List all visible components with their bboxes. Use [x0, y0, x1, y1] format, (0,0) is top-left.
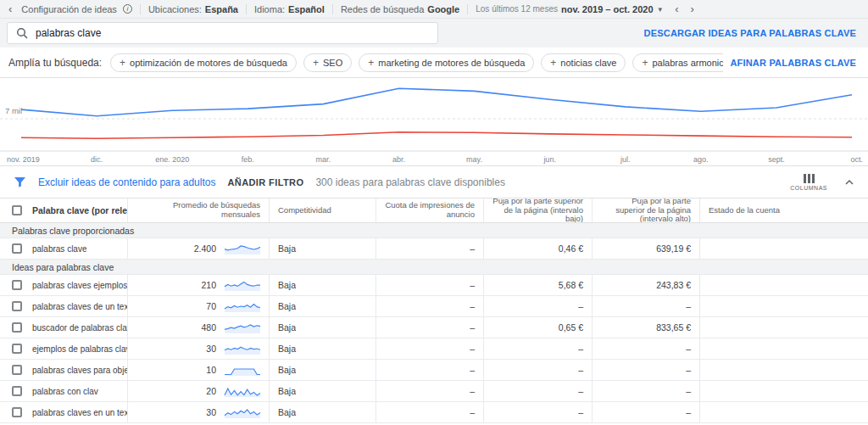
row-checkbox[interactable]	[12, 344, 22, 354]
refine-keywords-link[interactable]: AFINAR PALABRAS CLAVE	[730, 58, 856, 68]
row-checkbox[interactable]	[12, 280, 22, 290]
networks-label: Redes de búsqueda	[341, 4, 424, 14]
keyword-search-input[interactable]: palabras clave	[7, 22, 438, 44]
next-period-icon[interactable]: ›	[688, 3, 695, 14]
sparkline-chart	[223, 278, 262, 292]
keyword-header-cell[interactable]: Palabra clave (por relevancia) ↓	[0, 199, 127, 222]
columns-button[interactable]: COLUMNAS	[790, 174, 827, 191]
section-label: Ideas para palabras clave	[12, 262, 114, 272]
impression-share-cell: –	[376, 338, 483, 359]
row-checkbox[interactable]	[12, 243, 22, 254]
impression-share-header[interactable]: Cuota de impresiones de anuncio	[376, 199, 483, 222]
search-row: palabras clave DESCARGAR IDEAS PARA PALA…	[0, 19, 868, 48]
keyword-cell: palabras clave	[0, 238, 127, 259]
locations-value: España	[205, 4, 238, 14]
avg-searches-cell: 10	[127, 360, 269, 380]
row-checkbox[interactable]	[12, 322, 22, 333]
plus-icon: +	[120, 57, 125, 69]
prev-period-icon[interactable]: ‹	[673, 3, 680, 14]
keyword-row: palabras con clav20Baja–––	[0, 381, 868, 402]
collapse-chart-button[interactable]	[844, 179, 854, 186]
table-tools: COLUMNAS	[790, 174, 854, 191]
chevron-left-icon[interactable]: ‹	[7, 3, 14, 14]
competition-cell: Baja	[269, 360, 376, 380]
locations-setting[interactable]: Ubicaciones: España	[148, 4, 238, 14]
select-all-checkbox[interactable]	[12, 205, 22, 215]
info-icon[interactable]: i	[123, 4, 132, 14]
language-label: Idioma:	[254, 4, 285, 14]
broaden-chip[interactable]: +palabras armonicas	[632, 53, 723, 72]
avg-searches-cell: 20	[127, 381, 269, 401]
keyword-text: palabras con clav	[32, 387, 98, 396]
chip-label: palabras armonicas	[652, 58, 723, 68]
add-filter-button[interactable]: AÑADIR FILTRO	[227, 177, 303, 187]
x-axis-label: ene. 2020	[155, 155, 189, 164]
search-icon	[16, 27, 28, 39]
row-checkbox[interactable]	[12, 407, 22, 417]
bid-low-cell: 5,68 €	[483, 275, 592, 295]
chip-label: SEO	[323, 58, 342, 68]
bid-low-cell: –	[483, 402, 592, 422]
avg-searches-cell: 30	[127, 338, 269, 359]
daterange-setting[interactable]: Los últimos 12 meses nov. 2019 – oct. 20…	[476, 4, 662, 14]
broaden-chip[interactable]: +SEO	[303, 53, 352, 72]
avg-searches-header[interactable]: Promedio de búsquedas mensuales	[127, 199, 269, 222]
account-status-cell	[699, 338, 868, 359]
keyword-row: palabras claves de un texto70Baja–––	[0, 296, 868, 317]
keyword-cell: buscador de palabras clave	[0, 317, 127, 338]
broaden-chip[interactable]: +marketing de motores de búsqueda	[359, 53, 534, 72]
broaden-chip[interactable]: +noticias clave	[541, 53, 626, 72]
networks-setting[interactable]: Redes de búsqueda Google	[341, 4, 459, 14]
trend-line-serie-roja	[21, 132, 852, 139]
daterange-value: nov. 2019 – oct. 2020	[561, 4, 654, 14]
networks-value: Google	[427, 4, 459, 14]
avg-searches-value: 10	[206, 365, 216, 375]
x-axis-label: sept.	[768, 155, 785, 164]
impression-share-cell: –	[376, 317, 483, 338]
ideas-settings-item[interactable]: Configuración de ideas i	[21, 4, 132, 14]
sparkline-chart	[223, 342, 262, 355]
avg-searches-value: 20	[206, 386, 216, 396]
row-checkbox[interactable]	[12, 301, 22, 311]
plus-icon: +	[642, 57, 648, 69]
exclude-adult-ideas-link[interactable]: Excluir ideas de contenido para adultos	[38, 176, 215, 188]
daterange-label: Los últimos 12 meses	[476, 4, 558, 14]
bid-low-cell: –	[483, 338, 592, 359]
keyword-cell: palabras con clav	[0, 381, 127, 401]
bid-low-cell: 0,46 €	[483, 238, 592, 259]
table-header: Palabra clave (por relevancia) ↓ Promedi…	[0, 198, 868, 223]
x-axis-label: dic.	[91, 155, 103, 164]
chip-label: noticias clave	[560, 58, 616, 68]
sparkline-chart	[223, 405, 262, 419]
competition-header[interactable]: Competitividad	[269, 199, 376, 222]
table-section-row: Palabras clave proporcionadas	[0, 223, 868, 238]
sparkline-chart	[223, 299, 262, 313]
avg-searches-cell: 2.400	[127, 238, 269, 259]
keyword-planner-page: ‹ Configuración de ideas i Ubicaciones: …	[0, 0, 868, 423]
bid-low-header[interactable]: Puja por la parte superior de la página …	[483, 199, 592, 222]
language-setting[interactable]: Idioma: Español	[254, 4, 325, 14]
bid-high-header[interactable]: Puja por la parte superior de la página …	[592, 199, 699, 222]
y-axis-tick-label: 7 mil	[5, 106, 22, 115]
keyword-row: palabras claves ejemplos210Baja–5,68 €24…	[0, 275, 868, 296]
account-status-header[interactable]: Estado de la cuenta	[699, 199, 868, 222]
avg-searches-value: 480	[201, 322, 216, 333]
bid-high-cell: –	[592, 381, 699, 401]
x-axis-label: nov. 2019	[7, 155, 40, 164]
bid-high-cell: –	[592, 338, 699, 359]
row-checkbox[interactable]	[12, 365, 22, 375]
broaden-chip[interactable]: +optimización de motores de búsqueda	[110, 53, 297, 72]
row-checkbox[interactable]	[12, 386, 22, 396]
keyword-text: palabras clave	[32, 244, 86, 254]
x-axis-label: jul.	[620, 155, 631, 164]
sparkline-chart	[223, 363, 262, 377]
impression-share-cell: –	[376, 360, 483, 380]
bid-high-cell: –	[592, 360, 699, 380]
locations-label: Ubicaciones:	[148, 4, 202, 14]
chip-label: optimización de motores de búsqueda	[130, 58, 287, 68]
competition-cell: Baja	[269, 317, 376, 338]
download-ideas-link[interactable]: DESCARGAR IDEAS PARA PALABRAS CLAVE	[644, 28, 856, 38]
section-label: Palabras clave proporcionadas	[12, 226, 134, 236]
bid-low-cell: 0,65 €	[483, 317, 592, 338]
divider	[332, 4, 333, 14]
